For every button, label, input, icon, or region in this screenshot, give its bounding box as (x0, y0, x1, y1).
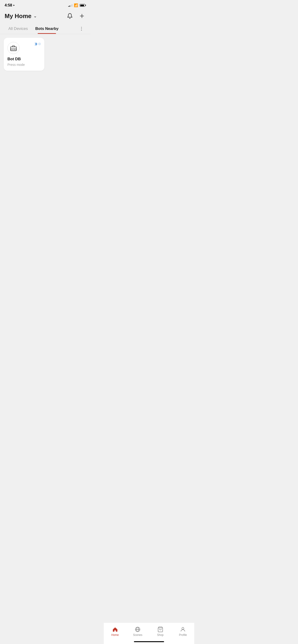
tab-bots-nearby[interactable]: Bots Nearby (32, 24, 62, 34)
content-area: SwitchBot ⦾ Bot DB Press mode (0, 34, 91, 74)
wifi-icon: 📶 (74, 3, 78, 8)
svg-text:SwitchBot: SwitchBot (11, 49, 17, 50)
chevron-down-icon: ⌄ (34, 14, 37, 18)
notification-bell-button[interactable] (66, 12, 74, 20)
location-icon: ‣ (13, 4, 15, 7)
app-header: My Home ⌄ (0, 9, 91, 24)
tab-all-devices[interactable]: All Devices (5, 24, 32, 34)
home-title: My Home (5, 12, 32, 20)
switchbot-icon: SwitchBot (10, 44, 18, 52)
bell-icon (67, 13, 73, 19)
device-name: Bot DB (8, 57, 41, 62)
signal-waves-icon: ⦾ (38, 42, 41, 46)
bluetooth-signal: ⦾ (34, 42, 41, 46)
status-bar: 4:58 ‣ 📶 (0, 0, 91, 9)
status-icons: 📶 (68, 3, 86, 8)
time-display: 4:58 (5, 3, 12, 8)
more-options-icon (79, 26, 84, 31)
device-card-header: SwitchBot ⦾ (8, 42, 41, 54)
header-actions (66, 12, 86, 20)
svg-point-2 (81, 27, 82, 28)
add-device-button[interactable] (78, 12, 86, 20)
plus-icon (79, 13, 85, 19)
svg-point-4 (81, 30, 82, 30)
svg-point-3 (81, 28, 82, 29)
device-card-bot-db[interactable]: SwitchBot ⦾ Bot DB Press mode (4, 38, 44, 71)
home-selector[interactable]: My Home ⌄ (5, 12, 37, 20)
signal-bars (68, 4, 72, 7)
tabs-overflow-menu[interactable] (77, 24, 86, 33)
device-status: Press mode (8, 63, 41, 66)
tab-bar: All Devices Bots Nearby (0, 24, 91, 34)
battery-icon (80, 4, 86, 7)
status-time: 4:58 ‣ (5, 3, 15, 8)
device-icon: SwitchBot (8, 42, 20, 54)
bluetooth-icon (34, 42, 38, 46)
